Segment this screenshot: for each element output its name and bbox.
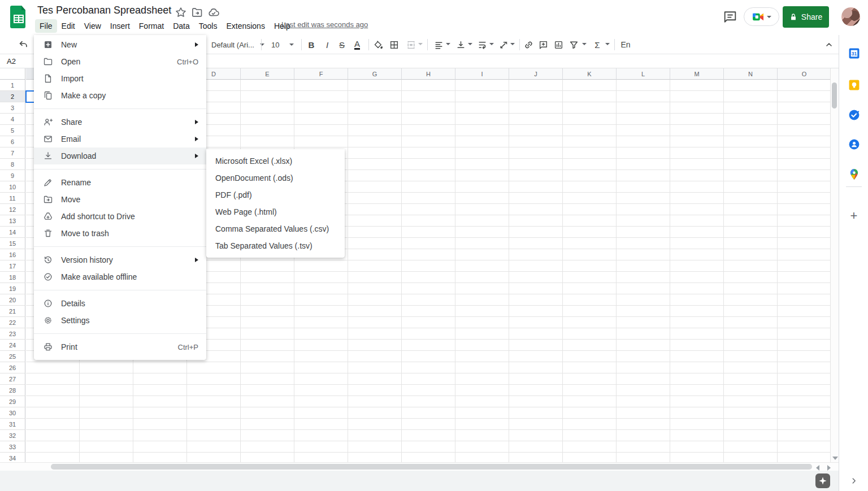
select-all-corner[interactable] <box>0 68 25 80</box>
column-header-f[interactable]: F <box>294 68 348 80</box>
row-header-6[interactable]: 6 <box>0 136 25 147</box>
column-header-j[interactable]: J <box>509 68 563 80</box>
row-header-26[interactable]: 26 <box>0 362 25 373</box>
menu-file[interactable]: File <box>35 19 57 33</box>
menu-view[interactable]: View <box>80 19 106 33</box>
file-menu-item-new[interactable]: New <box>34 36 206 53</box>
column-header-i[interactable]: I <box>455 68 509 80</box>
file-menu-item-version-history[interactable]: Version history <box>34 251 206 268</box>
row-header-20[interactable]: 20 <box>0 294 25 306</box>
scroll-right-arrow[interactable] <box>827 465 831 471</box>
scroll-down-arrow[interactable] <box>832 457 838 460</box>
row-header-21[interactable]: 21 <box>0 306 25 317</box>
functions-caret[interactable] <box>605 43 610 45</box>
file-menu-item-import[interactable]: Import <box>34 70 206 87</box>
scroll-left-arrow[interactable] <box>816 465 819 471</box>
download-option-comma-separated-values-csv[interactable]: Comma Separated Values (.csv) <box>206 220 345 237</box>
insert-comment-button[interactable] <box>536 37 550 52</box>
menu-extensions[interactable]: Extensions <box>222 19 269 33</box>
input-tools-button[interactable]: En <box>616 37 635 52</box>
column-header-m[interactable]: M <box>670 68 724 80</box>
get-addons-button[interactable]: + <box>843 205 865 227</box>
row-header-14[interactable]: 14 <box>0 227 25 238</box>
borders-button[interactable] <box>387 37 401 52</box>
file-menu-item-move[interactable]: Move <box>34 191 206 208</box>
text-wrapping-button[interactable] <box>475 37 489 52</box>
file-menu-item-share[interactable]: Share <box>34 114 206 131</box>
create-filter-button[interactable] <box>566 37 581 52</box>
text-wrapping-caret[interactable] <box>489 43 494 45</box>
row-header-30[interactable]: 30 <box>0 407 25 419</box>
file-menu-item-settings[interactable]: Settings <box>34 312 206 329</box>
row-header-27[interactable]: 27 <box>0 373 25 385</box>
menu-data[interactable]: Data <box>168 19 194 33</box>
row-header-17[interactable]: 17 <box>0 260 25 272</box>
file-menu-item-download[interactable]: Download <box>34 147 206 164</box>
column-header-l[interactable]: L <box>617 68 670 80</box>
row-header-28[interactable]: 28 <box>0 385 25 396</box>
insert-chart-button[interactable] <box>551 37 566 52</box>
row-header-22[interactable]: 22 <box>0 317 25 328</box>
functions-button[interactable]: Σ <box>590 37 605 52</box>
text-rotation-button[interactable] <box>496 37 511 52</box>
menu-edit[interactable]: Edit <box>57 19 80 33</box>
file-menu-item-make-available-offline[interactable]: Make available offline <box>34 268 206 285</box>
explore-button[interactable] <box>815 473 830 488</box>
column-header-k[interactable]: K <box>563 68 617 80</box>
bold-button[interactable]: B <box>304 37 319 52</box>
row-header-16[interactable]: 16 <box>0 249 25 260</box>
text-rotation-caret[interactable] <box>510 43 515 45</box>
horizontal-align-button[interactable] <box>431 37 446 52</box>
file-menu-item-details[interactable]: Details <box>34 295 206 312</box>
row-header-8[interactable]: 8 <box>0 159 25 170</box>
row-header-19[interactable]: 19 <box>0 283 25 294</box>
download-option-opendocument-ods[interactable]: OpenDocument (.ods) <box>206 170 345 186</box>
row-header-33[interactable]: 33 <box>0 441 25 453</box>
hide-side-panel-button[interactable] <box>846 473 862 489</box>
menu-tools[interactable]: Tools <box>194 19 222 33</box>
row-header-2[interactable]: 2 <box>0 91 25 102</box>
column-header-h[interactable]: H <box>402 68 455 80</box>
row-header-4[interactable]: 4 <box>0 114 25 125</box>
file-menu-item-make-a-copy[interactable]: Make a copy <box>34 87 206 104</box>
menu-format[interactable]: Format <box>134 19 168 33</box>
vertical-scrollbar-track[interactable] <box>830 68 839 462</box>
row-header-31[interactable]: 31 <box>0 419 25 430</box>
fill-color-button[interactable] <box>371 37 385 52</box>
file-menu-item-email[interactable]: Email <box>34 131 206 147</box>
file-menu-item-rename[interactable]: Rename <box>34 174 206 191</box>
row-header-32[interactable]: 32 <box>0 430 25 441</box>
file-menu-item-open[interactable]: OpenCtrl+O <box>34 53 206 70</box>
share-button[interactable]: Share <box>783 6 829 28</box>
column-header-o[interactable]: O <box>778 68 831 80</box>
download-option-tab-separated-values-tsv[interactable]: Tab Separated Values (.tsv) <box>206 237 345 254</box>
sidebar-calendar-button[interactable]: 31 <box>843 42 865 64</box>
column-header-g[interactable]: G <box>348 68 402 80</box>
row-header-3[interactable]: 3 <box>0 102 25 114</box>
user-avatar[interactable] <box>841 7 860 26</box>
file-menu-item-add-shortcut-to-drive[interactable]: Add shortcut to Drive <box>34 208 206 225</box>
strikethrough-button[interactable]: S <box>335 37 349 52</box>
row-header-11[interactable]: 11 <box>0 193 25 204</box>
sheets-logo-icon[interactable] <box>10 6 27 28</box>
row-header-25[interactable]: 25 <box>0 351 25 362</box>
font-family-selector[interactable]: Default (Ari... <box>208 37 268 52</box>
column-header-e[interactable]: E <box>241 68 294 80</box>
sidebar-keep-button[interactable] <box>843 73 865 96</box>
row-header-15[interactable]: 15 <box>0 238 25 249</box>
vertical-scrollbar-thumb[interactable] <box>832 82 837 108</box>
download-option-microsoft-excel-xlsx[interactable]: Microsoft Excel (.xlsx) <box>206 153 345 170</box>
italic-button[interactable]: I <box>320 37 335 52</box>
sidebar-maps-button[interactable] <box>843 163 865 185</box>
comment-history-icon[interactable] <box>722 9 738 25</box>
meet-dropdown-caret[interactable] <box>767 16 771 18</box>
download-option-pdf-pdf[interactable]: PDF (.pdf) <box>206 186 345 203</box>
row-header-18[interactable]: 18 <box>0 272 25 283</box>
sidebar-tasks-button[interactable] <box>843 103 865 126</box>
row-header-10[interactable]: 10 <box>0 181 25 193</box>
row-header-1[interactable]: 1 <box>0 80 25 91</box>
hide-toolbar-button[interactable] <box>822 37 836 52</box>
row-header-13[interactable]: 13 <box>0 215 25 227</box>
row-header-9[interactable]: 9 <box>0 170 25 181</box>
undo-button[interactable] <box>16 37 31 52</box>
